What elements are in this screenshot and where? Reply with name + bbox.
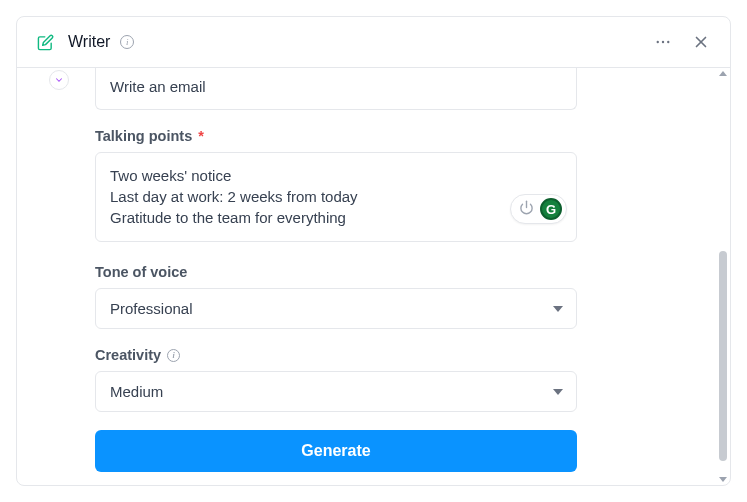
scrollbar[interactable] xyxy=(717,71,727,482)
form-area: Write an email Talking points * G Tone o… xyxy=(95,68,595,485)
email-type-label: Write an email xyxy=(110,78,562,95)
close-button[interactable] xyxy=(688,29,714,55)
scroll-down-icon[interactable] xyxy=(719,477,727,482)
grammarly-badge: G xyxy=(540,198,562,220)
creativity-label: Creativity i xyxy=(95,347,577,363)
edit-icon xyxy=(33,30,58,55)
required-marker: * xyxy=(198,128,204,144)
more-button[interactable] xyxy=(650,29,676,55)
grammarly-widget[interactable]: G xyxy=(510,194,567,224)
info-icon[interactable]: i xyxy=(120,35,134,49)
writer-panel: Writer i Write an email Talking points xyxy=(16,16,731,486)
talking-points-label: Talking points * xyxy=(95,128,577,144)
tone-select-wrap: Professional xyxy=(95,288,577,329)
panel-title: Writer xyxy=(68,33,110,51)
talking-points-input[interactable] xyxy=(95,152,577,242)
creativity-select[interactable]: Medium xyxy=(95,371,577,412)
email-type-box[interactable]: Write an email xyxy=(95,68,577,110)
scroll-thumb[interactable] xyxy=(719,251,727,461)
tone-label: Tone of voice xyxy=(95,264,577,280)
creativity-select-wrap: Medium xyxy=(95,371,577,412)
svg-point-1 xyxy=(662,41,664,43)
creativity-info-icon[interactable]: i xyxy=(167,349,180,362)
header-left: Writer i xyxy=(33,30,640,55)
scroll-up-icon[interactable] xyxy=(719,71,727,76)
step-indicator xyxy=(49,70,69,90)
talking-points-wrap: G xyxy=(95,152,577,246)
svg-point-0 xyxy=(657,41,659,43)
generate-button[interactable]: Generate xyxy=(95,430,577,472)
header-right xyxy=(650,29,714,55)
left-gutter xyxy=(17,68,95,485)
svg-point-2 xyxy=(667,41,669,43)
content-area: Write an email Talking points * G Tone o… xyxy=(17,68,730,485)
tone-select[interactable]: Professional xyxy=(95,288,577,329)
panel-header: Writer i xyxy=(17,17,730,67)
power-icon xyxy=(519,200,534,219)
